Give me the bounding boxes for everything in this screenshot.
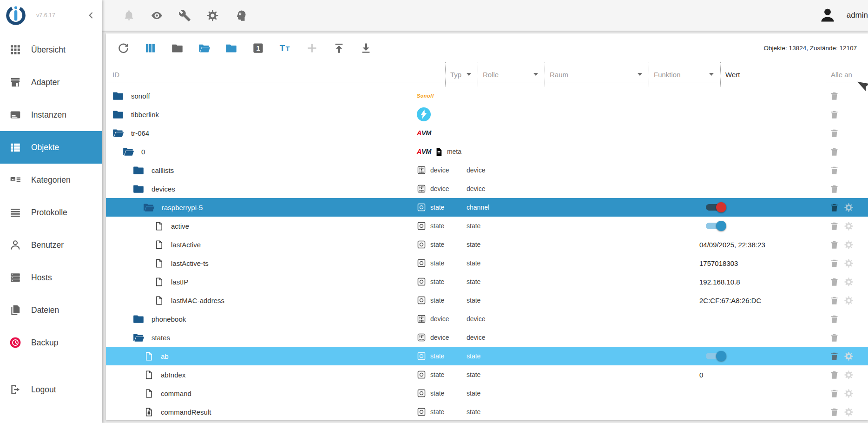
object-row[interactable]: devicesdevicedevice (106, 179, 868, 198)
object-row[interactable]: abIndexstatestate0 (106, 365, 868, 384)
object-row[interactable]: activestatestate (106, 217, 868, 235)
expert-mode-icon[interactable] (234, 9, 247, 22)
trash-icon[interactable] (829, 221, 839, 231)
gear-icon[interactable] (844, 277, 854, 287)
object-row[interactable]: lastActive-tsstatestate1757018303 (106, 254, 868, 272)
folder-icon[interactable] (132, 313, 145, 325)
gear-icon[interactable] (844, 351, 854, 361)
toolbar-refresh-button[interactable] (117, 42, 130, 54)
toolbar-expand-level-1-button[interactable] (252, 42, 264, 54)
trash-icon[interactable] (829, 184, 839, 194)
sidebar-item-übersicht[interactable]: Übersicht (0, 33, 102, 66)
sidebar-item-adapter[interactable]: Adapter (0, 66, 102, 99)
toolbar-export-button[interactable] (333, 42, 345, 54)
object-row[interactable]: lastMAC-addressstatestate2C:CF:67:A8:26:… (106, 291, 868, 310)
trash-icon[interactable] (829, 165, 839, 175)
toolbar-columns-button[interactable] (144, 42, 157, 54)
value-toggle[interactable] (705, 350, 726, 362)
object-row[interactable]: commandstatestate (106, 384, 868, 403)
sidebar-item-kategorien[interactable]: Kategorien (0, 164, 102, 196)
trash-icon[interactable] (829, 258, 839, 268)
filter-raum[interactable]: Raum (545, 62, 649, 86)
folder-icon[interactable] (132, 183, 145, 195)
object-row[interactable]: commandResultstatestate (106, 403, 868, 420)
trash-icon[interactable] (829, 314, 839, 324)
sidebar-item-dateien[interactable]: Dateien (0, 294, 102, 326)
trash-icon[interactable] (829, 370, 839, 380)
toolbar-import-button[interactable] (360, 42, 372, 54)
object-row[interactable]: raspberrypi-5statechannel (106, 198, 868, 217)
sidebar-item-instanzen[interactable]: Instanzen (0, 99, 102, 131)
toolbar-add-object-button[interactable] (306, 42, 318, 54)
folder-open-icon[interactable] (122, 145, 134, 158)
folder-icon[interactable] (112, 90, 124, 102)
sidebar-item-benutzer[interactable]: Benutzer (0, 229, 102, 261)
filter-typ[interactable]: Typ (445, 62, 478, 86)
object-row[interactable]: calllistsdevicedevice (106, 161, 868, 179)
trash-icon[interactable] (829, 91, 839, 101)
gear-icon[interactable] (844, 370, 854, 380)
user-box[interactable]: admin (819, 7, 868, 24)
trash-icon[interactable] (829, 296, 839, 305)
visibility-eye-icon[interactable] (151, 9, 163, 22)
sidebar-item-logout[interactable]: Logout (0, 373, 102, 406)
doc-icon[interactable] (154, 296, 164, 305)
toolbar-expand-all-button[interactable] (198, 42, 210, 54)
object-row[interactable]: lastActivestatestate04/09/2025, 22:38:23 (106, 235, 868, 254)
sidebar-item-objekte[interactable]: Objekte (0, 131, 102, 164)
folder-open-icon[interactable] (143, 201, 155, 213)
doc-icon[interactable] (144, 370, 154, 380)
object-row[interactable]: lastIPstatestate192.168.10.8 (106, 272, 868, 291)
doc-icon[interactable] (154, 258, 164, 268)
gear-icon[interactable] (844, 203, 854, 212)
gear-icon[interactable] (844, 221, 854, 231)
filter-buttons-all[interactable]: Alle an (826, 62, 868, 86)
toolbar-show-names-button[interactable] (279, 42, 291, 54)
filter-rolle[interactable]: Rolle (478, 62, 545, 86)
object-row[interactable]: tr-064AVM (106, 124, 868, 142)
sidebar-item-backup[interactable]: Backup (0, 326, 102, 359)
doc-icon[interactable] (144, 351, 154, 361)
value-toggle[interactable] (705, 220, 726, 232)
object-row[interactable]: tibberlink (106, 105, 868, 124)
toolbar-collapse-lowest-button[interactable] (225, 42, 237, 54)
id-filter-input[interactable] (106, 71, 428, 79)
trash-icon[interactable] (829, 240, 839, 250)
trash-icon[interactable] (829, 147, 839, 157)
filter-funktion[interactable]: Funktion (649, 62, 720, 86)
trash-icon[interactable] (829, 389, 839, 398)
doc-icon[interactable] (154, 277, 164, 287)
trash-icon[interactable] (829, 351, 839, 361)
settings-gear-icon[interactable] (206, 9, 219, 22)
doc-icon[interactable] (154, 240, 164, 250)
trash-icon[interactable] (829, 110, 839, 119)
object-row[interactable]: statesdevicedevice (106, 328, 868, 347)
trash-icon[interactable] (829, 333, 839, 343)
collapse-sidebar-icon[interactable] (86, 11, 96, 20)
value-toggle[interactable] (705, 201, 726, 213)
folder-icon[interactable] (112, 108, 124, 120)
build-wrench-icon[interactable] (178, 9, 191, 22)
gear-icon[interactable] (844, 240, 854, 250)
doc-icon[interactable] (154, 221, 164, 231)
gear-icon[interactable] (844, 407, 854, 417)
trash-icon[interactable] (829, 407, 839, 417)
trash-icon[interactable] (829, 203, 839, 212)
sidebar-item-hosts[interactable]: Hosts (0, 261, 102, 294)
trash-icon[interactable] (829, 128, 839, 138)
trash-icon[interactable] (829, 277, 839, 287)
folder-icon[interactable] (132, 164, 145, 176)
gear-icon[interactable] (844, 296, 854, 305)
folder-open-icon[interactable] (132, 331, 145, 344)
object-row[interactable]: abstatestate (106, 347, 868, 365)
object-row[interactable]: phonebookdevicedevice (106, 310, 868, 328)
object-row[interactable]: sonoffSonoff (106, 86, 868, 105)
filter-id[interactable] (106, 62, 445, 86)
toolbar-collapse-all-button[interactable] (171, 42, 184, 54)
gear-icon[interactable] (844, 258, 854, 268)
sidebar-item-protokolle[interactable]: Protokolle (0, 196, 102, 229)
folder-open-icon[interactable] (112, 127, 124, 139)
doc-icon[interactable] (144, 389, 154, 398)
object-row[interactable]: 0AVMmeta (106, 142, 868, 161)
doc-lock-icon[interactable] (144, 407, 154, 417)
